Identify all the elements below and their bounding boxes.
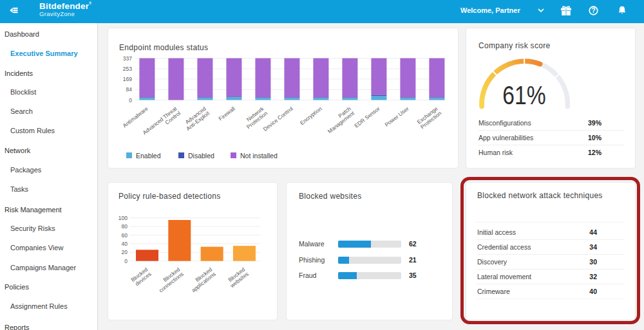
svg-text:Power User: Power User	[383, 105, 410, 128]
svg-text:Encryption: Encryption	[299, 105, 323, 127]
svg-text:60: 60	[122, 232, 128, 239]
svg-text:84: 84	[126, 86, 133, 93]
svg-text:Blockedapplications: Blockedapplications	[187, 266, 217, 294]
svg-text:40: 40	[122, 241, 128, 247]
svg-text:Blockedconnections: Blockedconnections	[154, 266, 185, 294]
svg-text:0: 0	[129, 97, 132, 104]
svg-text:337: 337	[123, 55, 132, 62]
svg-text:0: 0	[124, 258, 128, 264]
svg-text:Firewall: Firewall	[217, 105, 236, 122]
svg-text:80: 80	[122, 223, 128, 230]
svg-text:AdvancedAnti-Exploit: AdvancedAnti-Exploit	[182, 105, 211, 132]
svg-text:100: 100	[118, 215, 128, 221]
svg-text:?: ?	[591, 6, 595, 14]
svg-text:253: 253	[123, 66, 132, 72]
svg-text:Blockeddevices: Blockeddevices	[129, 266, 153, 288]
svg-text:Blockedwebsites: Blockedwebsites	[225, 266, 250, 289]
svg-text:PatchManagement: PatchManagement	[323, 105, 355, 134]
svg-text:169: 169	[123, 76, 132, 82]
svg-text:20: 20	[122, 249, 128, 255]
svg-text:EDR Sensor: EDR Sensor	[353, 105, 381, 129]
svg-text:Device Control: Device Control	[262, 105, 294, 133]
svg-text:Antimalware: Antimalware	[122, 105, 149, 129]
svg-text:ExchangeProtection: ExchangeProtection	[415, 105, 442, 131]
